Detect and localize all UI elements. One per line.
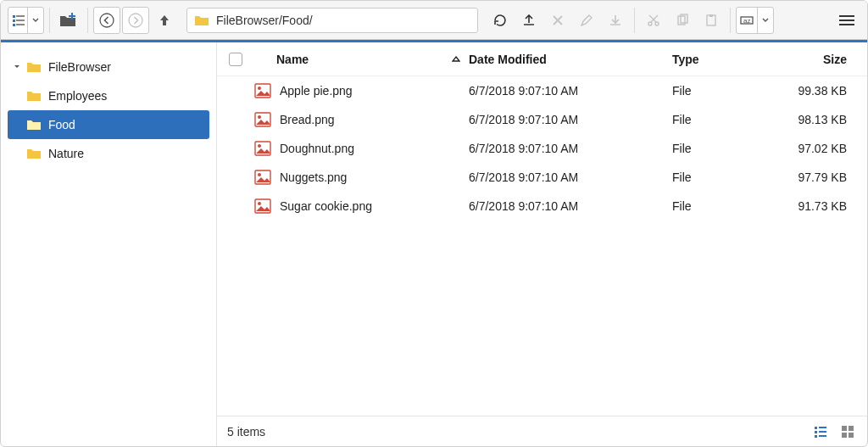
tree-node-nature[interactable]: Nature xyxy=(8,139,209,168)
tree-node-label: Food xyxy=(48,118,75,131)
copy-button[interactable] xyxy=(669,7,696,34)
file-row[interactable]: Bread.png6/7/2018 9:07:10 AMFile98.13 KB xyxy=(217,105,867,134)
svg-rect-18 xyxy=(839,15,854,17)
paste-button[interactable] xyxy=(698,7,725,34)
checkbox-icon xyxy=(229,53,242,66)
svg-point-9 xyxy=(129,14,142,27)
sort-asc-icon xyxy=(452,55,460,64)
file-name: Bread.png xyxy=(280,113,335,126)
address-bar[interactable] xyxy=(186,8,478,33)
tree-node-label: Employees xyxy=(48,89,107,103)
file-row[interactable]: Sugar cookie.png6/7/2018 9:07:10 AMFile9… xyxy=(217,192,867,221)
nav-forward-button[interactable] xyxy=(122,7,149,34)
select-all-cell[interactable] xyxy=(217,53,254,66)
svg-rect-39 xyxy=(842,433,847,438)
file-date: 6/7/2018 9:07:10 AM xyxy=(469,84,672,98)
file-name: Apple pie.png xyxy=(280,84,353,98)
svg-text:az: az xyxy=(743,17,750,25)
view-grid-button[interactable] xyxy=(838,422,857,441)
status-bar: 5 items xyxy=(217,416,867,446)
file-size: 91.73 KB xyxy=(774,199,867,213)
column-header-size[interactable]: Size xyxy=(774,53,867,66)
svg-rect-38 xyxy=(849,426,854,431)
svg-point-22 xyxy=(258,87,261,90)
file-rows: Apple pie.png6/7/2018 9:07:10 AMFile99.3… xyxy=(217,76,867,416)
new-folder-button[interactable] xyxy=(55,7,82,34)
svg-point-8 xyxy=(100,14,114,27)
file-size: 98.13 KB xyxy=(774,113,867,126)
folder-icon xyxy=(26,90,42,102)
tree-node-label: FileBrowser xyxy=(48,60,111,74)
svg-point-26 xyxy=(258,144,261,148)
svg-rect-0 xyxy=(13,15,15,18)
view-layout-button[interactable] xyxy=(8,7,44,34)
chevron-down-icon xyxy=(757,8,773,33)
edit-button[interactable] xyxy=(573,7,600,34)
file-name: Doughnut.png xyxy=(280,142,354,155)
scissors-icon xyxy=(647,14,660,27)
chevron-down-icon xyxy=(27,8,43,33)
svg-rect-1 xyxy=(16,15,25,17)
file-type: File xyxy=(672,84,774,98)
folder-icon xyxy=(26,119,42,131)
file-row[interactable]: Apple pie.png6/7/2018 9:07:10 AMFile99.3… xyxy=(217,76,867,105)
file-type: File xyxy=(672,113,774,126)
file-date: 6/7/2018 9:07:10 AM xyxy=(469,113,672,126)
arrow-left-circle-icon xyxy=(99,13,114,28)
collapse-icon[interactable] xyxy=(11,64,23,70)
column-header-date[interactable]: Date Modified xyxy=(469,53,672,66)
svg-rect-3 xyxy=(16,20,25,21)
grid-view-icon xyxy=(841,425,854,439)
file-name: Sugar cookie.png xyxy=(280,199,372,213)
file-row[interactable]: Nuggets.png6/7/2018 9:07:10 AMFile97.79 … xyxy=(217,163,867,192)
menu-button[interactable] xyxy=(833,7,860,34)
svg-point-30 xyxy=(258,202,261,205)
file-date: 6/7/2018 9:07:10 AM xyxy=(469,142,672,155)
address-input[interactable] xyxy=(214,13,470,28)
svg-rect-37 xyxy=(842,426,847,431)
column-header-type[interactable]: Type xyxy=(672,53,774,66)
svg-rect-2 xyxy=(13,20,15,22)
svg-rect-31 xyxy=(815,427,817,429)
file-list-panel: Name Date Modified Type Size Apple pie.p… xyxy=(217,42,867,446)
svg-point-28 xyxy=(258,173,261,176)
svg-rect-40 xyxy=(849,433,854,438)
file-row[interactable]: Doughnut.png6/7/2018 9:07:10 AMFile97.02… xyxy=(217,134,867,163)
toolbar-separator xyxy=(49,8,50,33)
arrow-up-icon xyxy=(159,14,170,27)
rename-button[interactable]: az xyxy=(736,7,774,34)
file-size: 97.79 KB xyxy=(774,170,867,184)
svg-rect-34 xyxy=(819,431,826,433)
nav-back-button[interactable] xyxy=(93,7,120,34)
image-file-icon xyxy=(254,170,271,185)
svg-rect-36 xyxy=(819,435,826,437)
svg-rect-5 xyxy=(16,24,25,25)
file-date: 6/7/2018 9:07:10 AM xyxy=(469,170,672,184)
download-icon xyxy=(608,13,623,28)
nav-up-button[interactable] xyxy=(151,7,178,34)
refresh-button[interactable] xyxy=(487,7,514,34)
view-details-button[interactable] xyxy=(811,422,830,441)
clipboard-icon xyxy=(704,14,718,27)
tree-node-label: Nature xyxy=(48,147,84,160)
tree-node-root[interactable]: FileBrowser xyxy=(8,53,209,81)
column-header-name[interactable]: Name xyxy=(254,53,469,66)
refresh-icon xyxy=(492,13,508,28)
list-layout-icon xyxy=(12,14,25,27)
upload-icon xyxy=(521,13,537,28)
status-text: 5 items xyxy=(227,425,265,439)
delete-button[interactable] xyxy=(544,7,571,34)
tree-node-food[interactable]: Food xyxy=(8,110,209,139)
svg-point-10 xyxy=(648,22,652,25)
folder-icon xyxy=(26,61,42,73)
pencil-icon xyxy=(580,14,593,27)
arrow-right-circle-icon xyxy=(128,13,143,28)
download-button[interactable] xyxy=(602,7,629,34)
svg-rect-20 xyxy=(839,24,854,25)
cut-button[interactable] xyxy=(640,7,667,34)
svg-rect-7 xyxy=(69,15,75,17)
svg-rect-4 xyxy=(13,24,15,26)
upload-button[interactable] xyxy=(515,7,542,34)
tree-node-employees[interactable]: Employees xyxy=(8,81,209,110)
file-size: 97.02 KB xyxy=(774,142,867,155)
